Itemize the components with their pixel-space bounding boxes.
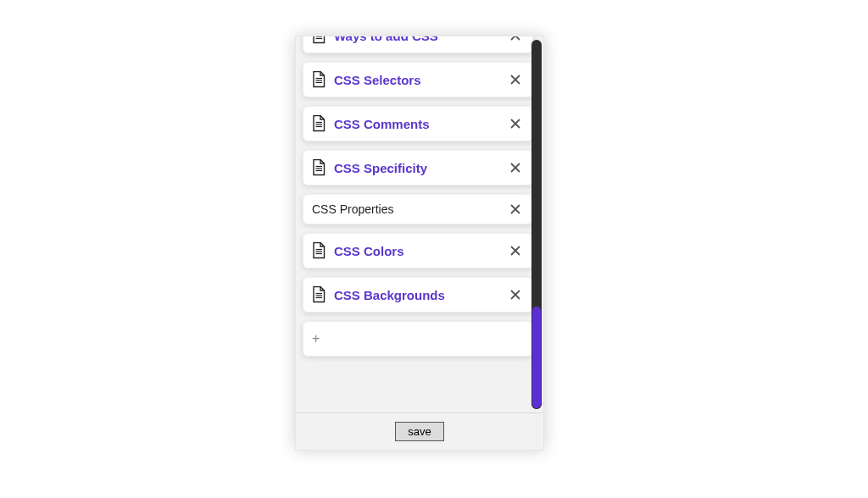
close-icon[interactable] xyxy=(507,71,524,88)
plus-icon: + xyxy=(312,332,320,346)
document-icon xyxy=(312,115,326,132)
section-item[interactable]: CSS Properties xyxy=(303,194,533,224)
list-item[interactable]: Ways to add CSS xyxy=(303,36,533,53)
document-icon xyxy=(312,286,326,303)
item-title: CSS Backgrounds xyxy=(334,288,507,302)
close-icon[interactable] xyxy=(507,286,524,303)
footer: save xyxy=(296,412,543,450)
scrollbar-track[interactable] xyxy=(531,40,542,409)
list-item[interactable]: CSS Colors xyxy=(303,233,533,268)
scrollbar-thumb[interactable] xyxy=(531,306,542,409)
item-title: CSS Colors xyxy=(334,244,507,258)
list-item[interactable]: CSS Selectors xyxy=(303,62,533,97)
section-title: CSS Properties xyxy=(312,202,507,216)
close-icon[interactable] xyxy=(507,115,524,132)
close-icon[interactable] xyxy=(507,159,524,176)
document-icon xyxy=(312,242,326,259)
item-title: CSS Specificity xyxy=(334,161,507,175)
item-title: CSS Selectors xyxy=(334,73,507,87)
list-item[interactable]: CSS Backgrounds xyxy=(303,277,533,313)
close-icon[interactable] xyxy=(507,36,524,44)
list-item[interactable]: CSS Comments xyxy=(303,106,533,141)
document-icon xyxy=(312,36,326,44)
item-title: CSS Comments xyxy=(334,117,507,131)
list-item[interactable]: CSS Specificity xyxy=(303,150,533,185)
items-list: Ways to add CSSCSS SelectorsCSS Comments… xyxy=(303,36,533,357)
editor-panel: Ways to add CSSCSS SelectorsCSS Comments… xyxy=(295,36,544,451)
document-icon xyxy=(312,71,326,88)
add-item-button[interactable]: + xyxy=(303,321,533,357)
items-scroll-area: Ways to add CSSCSS SelectorsCSS Comments… xyxy=(296,36,543,412)
item-title: Ways to add CSS xyxy=(334,36,507,43)
document-icon xyxy=(312,159,326,176)
close-icon[interactable] xyxy=(507,201,524,218)
close-icon[interactable] xyxy=(507,242,524,259)
save-button[interactable]: save xyxy=(395,422,443,441)
